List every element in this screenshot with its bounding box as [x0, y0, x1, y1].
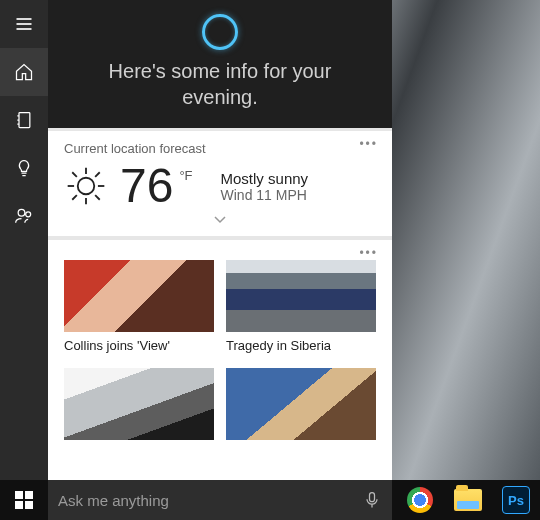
svg-rect-19	[25, 491, 33, 499]
mic-button[interactable]	[362, 490, 382, 510]
start-button[interactable]	[0, 480, 48, 520]
sun-icon	[64, 164, 108, 208]
taskbar: Ps	[0, 480, 540, 520]
cortana-content: Here's some info for your evening. ••• C…	[48, 0, 392, 520]
cortana-header: Here's some info for your evening.	[48, 0, 392, 128]
rail-feedback[interactable]	[0, 192, 48, 240]
lightbulb-icon	[14, 158, 34, 178]
weather-location-label: Current location forecast	[64, 141, 376, 156]
photoshop-icon: Ps	[502, 486, 530, 514]
cortana-panel: Here's some info for your evening. ••• C…	[0, 0, 392, 520]
news-item[interactable]	[64, 368, 214, 446]
news-thumb	[226, 260, 376, 332]
weather-wind: Wind 11 MPH	[221, 187, 309, 203]
svg-rect-21	[25, 501, 33, 509]
svg-line-15	[95, 195, 100, 200]
svg-point-9	[78, 178, 95, 195]
svg-rect-20	[15, 501, 23, 509]
news-more-button[interactable]: •••	[359, 246, 378, 260]
news-thumb	[64, 260, 214, 332]
mic-icon	[362, 490, 382, 510]
svg-line-16	[95, 172, 100, 177]
taskbar-file-explorer[interactable]	[444, 480, 492, 520]
rail-home[interactable]	[0, 48, 48, 96]
svg-line-17	[72, 195, 77, 200]
news-title: Collins joins 'View'	[64, 338, 214, 354]
notebook-icon	[14, 110, 34, 130]
home-icon	[14, 62, 34, 82]
news-thumb	[64, 368, 214, 440]
news-thumb	[226, 368, 376, 440]
search-input[interactable]	[58, 492, 362, 509]
rail-insights[interactable]	[0, 144, 48, 192]
svg-line-14	[72, 172, 77, 177]
svg-rect-3	[19, 113, 30, 128]
svg-rect-18	[15, 491, 23, 499]
feedback-icon	[14, 206, 34, 226]
news-item[interactable]	[226, 368, 376, 446]
svg-point-7	[18, 209, 25, 216]
weather-expand[interactable]	[64, 214, 376, 228]
svg-point-8	[26, 212, 31, 217]
chevron-down-icon	[213, 215, 227, 225]
windows-icon	[15, 491, 33, 509]
cortana-ring-icon	[202, 14, 238, 50]
rail-notebook[interactable]	[0, 96, 48, 144]
taskbar-chrome[interactable]	[396, 480, 444, 520]
news-item[interactable]: Collins joins 'View'	[64, 260, 214, 354]
news-title: Tragedy in Siberia	[226, 338, 376, 354]
weather-temp: 76	[120, 162, 173, 210]
weather-card[interactable]: ••• Current location forecast 76 °F Most…	[48, 131, 392, 236]
file-explorer-icon	[454, 489, 482, 511]
cortana-rail	[0, 0, 48, 520]
weather-more-button[interactable]: •••	[359, 137, 378, 151]
cortana-greeting: Here's some info for your evening.	[72, 58, 368, 110]
news-card: ••• Collins joins 'View' Tragedy in Sibe…	[48, 240, 392, 520]
weather-condition: Mostly sunny	[221, 170, 309, 187]
weather-unit: °F	[179, 168, 192, 183]
hamburger-icon	[14, 14, 34, 34]
svg-rect-22	[370, 493, 375, 502]
taskbar-photoshop[interactable]: Ps	[492, 480, 540, 520]
hamburger-button[interactable]	[0, 0, 48, 48]
chrome-icon	[407, 487, 433, 513]
cortana-search[interactable]	[48, 480, 392, 520]
news-item[interactable]: Tragedy in Siberia	[226, 260, 376, 354]
